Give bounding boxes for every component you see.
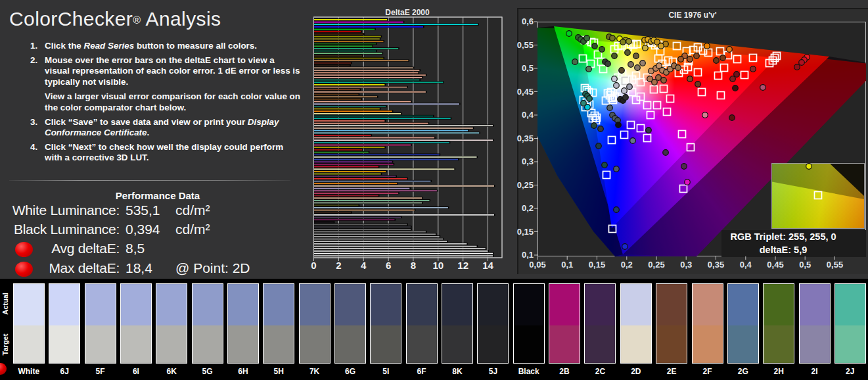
svg-text:10: 10: [432, 260, 444, 271]
svg-text:0,5: 0,5: [799, 260, 811, 270]
svg-text:0,1: 0,1: [561, 260, 573, 270]
svg-text:12: 12: [457, 260, 468, 271]
svg-text:0,2: 0,2: [522, 203, 534, 213]
svg-text:0,4: 0,4: [740, 260, 752, 270]
svg-text:0: 0: [311, 260, 316, 271]
svg-text:0,25: 0,25: [648, 260, 664, 270]
svg-text:6: 6: [386, 260, 391, 271]
svg-text:0,45: 0,45: [767, 260, 783, 270]
svg-text:0,35: 0,35: [708, 260, 724, 270]
svg-text:0,2: 0,2: [621, 260, 633, 270]
svg-text:0,25: 0,25: [517, 180, 534, 190]
svg-text:0,6: 0,6: [522, 16, 534, 26]
svg-text:14: 14: [482, 260, 493, 271]
svg-text:4: 4: [361, 260, 367, 271]
svg-text:0,3: 0,3: [522, 156, 534, 166]
svg-text:0,55: 0,55: [827, 260, 843, 270]
svg-text:8: 8: [411, 260, 416, 271]
svg-text:0,1: 0,1: [522, 250, 534, 260]
svg-text:0,05: 0,05: [529, 260, 545, 270]
svg-text:0,55: 0,55: [517, 40, 534, 50]
svg-text:0,4: 0,4: [522, 110, 534, 120]
svg-text:2: 2: [336, 260, 341, 271]
svg-text:0,15: 0,15: [517, 227, 534, 237]
svg-text:0,45: 0,45: [517, 87, 534, 97]
svg-text:0,5: 0,5: [522, 63, 534, 73]
svg-text:0,3: 0,3: [680, 260, 692, 270]
svg-text:0,15: 0,15: [589, 260, 605, 270]
svg-text:0,35: 0,35: [517, 133, 534, 143]
